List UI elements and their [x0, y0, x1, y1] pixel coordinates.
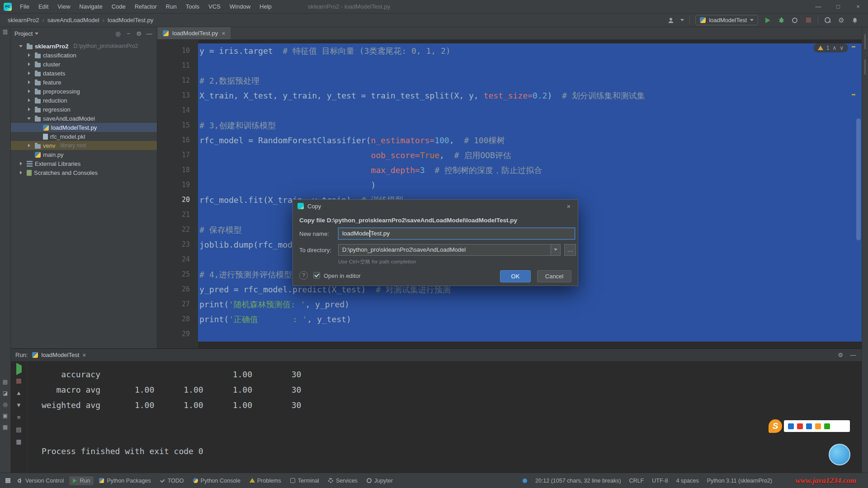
- menu-item-navigate[interactable]: Navigate: [75, 0, 107, 13]
- search-everywhere-icon[interactable]: [824, 16, 832, 24]
- new-name-input[interactable]: loadModelTest.py: [338, 228, 575, 239]
- run-tab[interactable]: loadModelTest ×: [32, 352, 86, 359]
- menu-item-edit[interactable]: Edit: [34, 0, 53, 13]
- chevron-right-icon[interactable]: [26, 70, 33, 76]
- run-settings-gear-icon[interactable]: ⚙: [836, 352, 844, 358]
- code-line-11[interactable]: 11: [157, 58, 862, 73]
- run-console[interactable]: accuracy 1.00 30 macro avg 1.00 1.00 1.0…: [27, 361, 862, 473]
- chevron-right-icon[interactable]: [26, 61, 33, 67]
- find-tool-icon[interactable]: ◎: [1, 400, 10, 409]
- stop-button[interactable]: [804, 16, 812, 24]
- line-number[interactable]: 21: [157, 207, 198, 222]
- stop-process-button[interactable]: [16, 379, 21, 384]
- project-panel-title[interactable]: Project: [14, 30, 33, 37]
- breadcrumb-item-loadmodeltest-py[interactable]: loadModelTest.py: [105, 17, 156, 23]
- bookmarks-tool-icon[interactable]: ◪: [1, 389, 10, 398]
- tree-item-classification[interactable]: classification: [11, 51, 157, 60]
- line-number[interactable]: 19: [157, 178, 198, 192]
- statusbar-item-todo[interactable]: TODO: [156, 476, 188, 485]
- editor-scrollbar[interactable]: [856, 42, 861, 347]
- user-chevron-down-icon[interactable]: [680, 19, 684, 23]
- tree-item-cluster[interactable]: cluster: [11, 60, 157, 69]
- tree-item-loadmodeltest-py[interactable]: loadModelTest.py: [11, 123, 157, 132]
- menu-item-code[interactable]: Code: [107, 0, 130, 13]
- line-number[interactable]: 23: [157, 237, 198, 252]
- line-number[interactable]: 29: [157, 327, 198, 342]
- chevron-right-icon[interactable]: [26, 97, 33, 103]
- scrollbar-thumb[interactable]: [856, 118, 861, 240]
- statusbar-item-terminal[interactable]: Terminal: [287, 476, 323, 485]
- statusbar-item-problems[interactable]: Problems: [246, 476, 285, 485]
- menu-item-vcs[interactable]: VCS: [204, 0, 225, 13]
- run-config-select[interactable]: loadModelTest: [695, 15, 758, 25]
- menu-item-tools[interactable]: Tools: [181, 0, 204, 13]
- up-stacktrace-icon[interactable]: ▲: [16, 390, 22, 396]
- code-line-13[interactable]: 13X_train, X_test, y_train, y_test = tra…: [157, 88, 862, 103]
- debug-button[interactable]: [777, 16, 785, 24]
- close-button[interactable]: ×: [848, 0, 868, 13]
- breadcrumb-item-saveandloadmodel[interactable]: saveAndLoadModel: [45, 17, 102, 23]
- code-line-14[interactable]: 14: [157, 103, 862, 118]
- code-line-10[interactable]: 10y = iris.target # 特征值 目标向量 (3类鸢尾花: 0, …: [157, 43, 862, 58]
- tree-item-venv[interactable]: venvlibrary root: [11, 141, 157, 150]
- statusbar-item-python-console[interactable]: Python Console: [189, 476, 244, 485]
- open-in-editor-checkbox[interactable]: [313, 272, 320, 279]
- locate-file-icon[interactable]: ◎: [114, 30, 122, 37]
- statusbar-item-version-control[interactable]: Version Control: [14, 476, 67, 485]
- chevron-right-icon[interactable]: [26, 79, 33, 85]
- chevron-right-icon[interactable]: [26, 52, 33, 58]
- tree-item-datasets[interactable]: datasets: [11, 69, 157, 78]
- hide-panel-icon[interactable]: —: [145, 30, 153, 37]
- statusbar-info-utf-8[interactable]: UTF-8: [652, 478, 668, 484]
- statusbar-item-python-packages[interactable]: Python Packages: [95, 476, 154, 485]
- line-number[interactable]: 20: [157, 192, 198, 207]
- next-problem-icon[interactable]: ∨: [840, 45, 844, 51]
- panel-settings-gear-icon[interactable]: ⚙: [135, 30, 143, 37]
- tree-item-regression[interactable]: regression: [11, 105, 157, 114]
- tree-item-preprocessing[interactable]: preprocessing: [11, 87, 157, 96]
- tree-item-scratches-and-consoles[interactable]: Scratches and Consoles: [11, 168, 157, 177]
- line-number[interactable]: 27: [157, 297, 198, 312]
- breadcrumb-item-sklearnpro2[interactable]: sklearnPro2: [5, 17, 41, 23]
- tool-window-stripe[interactable]: [864, 59, 866, 75]
- code-line-18[interactable]: 18 max_depth=3 # 控制树的深度，防止过拟合: [157, 163, 862, 178]
- code-line-15[interactable]: 15# 3,创建和训练模型: [157, 118, 862, 133]
- tree-item-reduction[interactable]: reduction: [11, 96, 157, 105]
- tree-item-external-libraries[interactable]: External Libraries: [11, 159, 157, 168]
- line-number[interactable]: 14: [157, 103, 198, 118]
- tree-item-main-py[interactable]: main.py: [11, 150, 157, 159]
- prev-problem-icon[interactable]: ∧: [832, 45, 836, 51]
- chevron-down-icon[interactable]: [26, 115, 33, 122]
- line-number[interactable]: 10: [157, 43, 198, 58]
- inspections-widget[interactable]: 1 ∧ ∨: [813, 43, 848, 52]
- project-view-chevron-icon[interactable]: [35, 33, 38, 37]
- open-in-editor-label[interactable]: Open in editor: [324, 272, 361, 279]
- line-number[interactable]: 28: [157, 312, 198, 327]
- clear-console-icon[interactable]: ▦: [16, 439, 21, 445]
- tree-item-feature[interactable]: feature: [11, 78, 157, 87]
- menu-item-window[interactable]: Window: [225, 0, 255, 13]
- code-line-17[interactable]: 17 oob_score=True, # 启用OOB评估: [157, 148, 862, 163]
- down-stacktrace-icon[interactable]: ▼: [16, 402, 22, 408]
- notifications-bell-icon[interactable]: [851, 16, 859, 24]
- menu-item-view[interactable]: View: [53, 0, 75, 13]
- combobox-arrow-icon[interactable]: [551, 244, 560, 255]
- warning-stripe-mark[interactable]: [852, 46, 855, 47]
- line-number[interactable]: 17: [157, 148, 198, 163]
- statusbar-item-run[interactable]: Run: [69, 476, 94, 485]
- line-number[interactable]: 26: [157, 282, 198, 297]
- chevron-right-icon[interactable]: [26, 88, 33, 94]
- statusbar-item-services[interactable]: Services: [325, 476, 361, 485]
- dialog-close-icon[interactable]: ×: [564, 202, 573, 210]
- user-profile-icon[interactable]: [667, 16, 675, 24]
- statusbar-info-4-spaces[interactable]: 4 spaces: [676, 478, 699, 484]
- tool-windows-grid-icon[interactable]: [5, 478, 10, 483]
- tab-close-icon[interactable]: ×: [222, 30, 225, 37]
- line-number[interactable]: 13: [157, 88, 198, 103]
- statusbar-item-jupyter[interactable]: Jupyter: [363, 476, 396, 485]
- settings-gear-icon[interactable]: ⚙: [837, 16, 845, 24]
- line-number[interactable]: 18: [157, 163, 198, 178]
- code-line-16[interactable]: 16rfc_model = RandomForestClassifier(n_e…: [157, 133, 862, 148]
- chevron-right-icon[interactable]: [26, 142, 33, 149]
- editor-tab-loadmodeltest[interactable]: loadModelTest.py ×: [157, 27, 231, 39]
